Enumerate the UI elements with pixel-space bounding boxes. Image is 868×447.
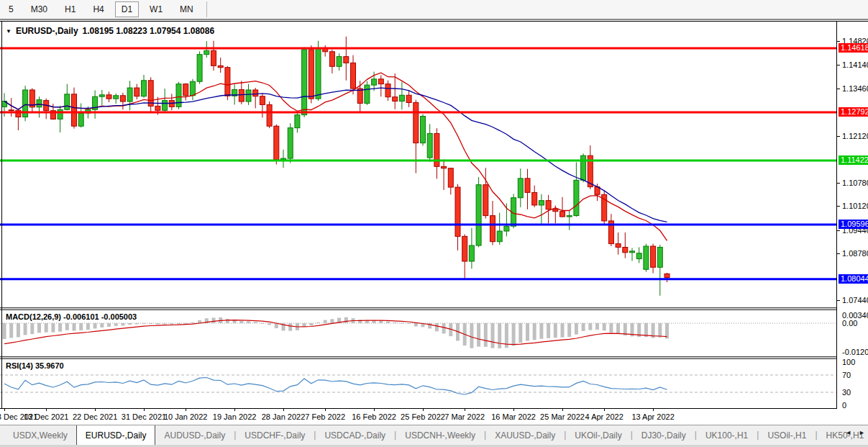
candle-body: [504, 226, 509, 231]
macd-histogram-bar: [470, 323, 473, 348]
tab-audusd-daily[interactable]: AUDUSD-,Daily: [155, 427, 234, 445]
macd-histogram-bar: [533, 323, 536, 340]
macd-histogram-bar: [316, 322, 320, 323]
price-chart-panel[interactable]: ▼ EURUSD-,Daily 1.08195 1.08223 1.07954 …: [0, 22, 836, 307]
candle-body: [260, 96, 265, 105]
rsi-panel[interactable]: RSI(14) 35.9670: [0, 359, 836, 408]
macd-histogram-bar: [107, 323, 111, 327]
macd-histogram-bar: [582, 323, 585, 331]
tab-uk100-h1[interactable]: UK100-,H1: [697, 427, 757, 445]
macd-histogram-bar: [163, 323, 167, 324]
chart-dropdown-icon[interactable]: ▼: [6, 28, 12, 35]
time-axis-label: 7 Feb 2022: [305, 412, 345, 421]
price-axis-label: 1.08780: [842, 249, 868, 258]
tab-dj30-daily[interactable]: DJ30-,Daily: [633, 427, 695, 445]
rsi-label: RSI(14) 35.9670: [6, 361, 64, 370]
macd-histogram-bar: [30, 323, 34, 334]
candle-body: [414, 103, 419, 143]
macd-histogram-bar: [37, 323, 41, 333]
price-level-badge: 1.14618: [839, 43, 868, 53]
macd-histogram-bar: [616, 323, 620, 334]
candle-body: [581, 155, 586, 180]
macd-histogram-bar: [128, 323, 132, 325]
candle-body: [406, 95, 411, 102]
macd-histogram-bar: [275, 323, 278, 328]
macd-axis-label: 0.003408: [842, 311, 868, 320]
tab-xauusd-daily[interactable]: XAUUSD-,Daily: [486, 427, 564, 445]
time-axis-label: 4 Apr 2022: [585, 412, 623, 421]
macd-histogram-bar: [212, 317, 216, 323]
time-axis-tick: [374, 409, 375, 411]
candle-body: [197, 55, 202, 82]
candle-body: [630, 251, 635, 253]
time-axis-label: 13 Apr 2022: [631, 412, 674, 421]
timeframe-button-mn[interactable]: MN: [173, 1, 200, 17]
rsi-line: [4, 378, 667, 395]
time-axis-label: 7 Mar 2022: [444, 412, 485, 421]
candle-body: [218, 66, 223, 67]
price-axis-tick: [837, 300, 840, 301]
candle-body: [644, 246, 649, 269]
price-axis-tick: [837, 41, 840, 42]
chart-window[interactable]: ▼ EURUSD-,Daily 1.08195 1.08223 1.07954 …: [0, 21, 868, 425]
candle-body: [72, 94, 77, 126]
timeframe-button-h1[interactable]: H1: [58, 1, 82, 17]
macd-histogram-bar: [526, 323, 529, 341]
timeframe-button-d1[interactable]: D1: [115, 1, 139, 17]
candle-body: [434, 133, 439, 166]
timeframe-button-m30[interactable]: M30: [24, 1, 54, 17]
macd-histogram-bar: [575, 323, 578, 335]
tab-ukoil-daily[interactable]: UKOil-,Daily: [566, 427, 630, 445]
time-axis-tick: [513, 409, 514, 411]
price-axis-label: 1.12120: [842, 132, 868, 140]
price-axis-label: 1.14140: [842, 60, 868, 69]
tab-usdcnh-weekly[interactable]: USDCNH-,Weekly: [396, 427, 484, 445]
rsi-plot[interactable]: [0, 359, 836, 408]
macd-histogram-bar: [239, 321, 243, 323]
tab-scroll-left-icon[interactable]: ◄: [844, 428, 853, 438]
candle-body: [553, 209, 558, 212]
price-axis-label: 1.10120: [842, 202, 868, 210]
price-axis-label: 1.07440: [842, 296, 868, 304]
macd-histogram-bar: [268, 323, 271, 325]
macd-histogram-bar: [609, 323, 613, 333]
timeframe-button-h4[interactable]: H4: [86, 1, 110, 17]
candle-body: [490, 216, 495, 242]
macd-panel[interactable]: MACD(12,26,9) -0.006101 -0.005003: [0, 310, 836, 356]
candle-body: [78, 113, 83, 126]
tab-usdx-weekly[interactable]: USDX,Weekly: [4, 427, 76, 445]
candle-body: [302, 50, 307, 115]
candle-body: [329, 52, 334, 66]
timeframe-button-5[interactable]: 5: [2, 1, 20, 17]
candle-body: [476, 185, 481, 245]
candle-body: [204, 50, 209, 54]
tab-scroll-right-icon[interactable]: ►: [857, 428, 867, 438]
tab-usdcad-daily[interactable]: USDCAD-,Daily: [316, 427, 394, 445]
time-axis[interactable]: 3 Dec 202113 Dec 202122 Dec 202131 Dec 2…: [0, 409, 868, 425]
price-axis[interactable]: 1.148201.141401.134601.121201.107801.101…: [836, 22, 868, 409]
macd-histogram-bar: [3, 323, 6, 339]
moving-average-line: [4, 88, 667, 222]
toolbar-separator: [206, 1, 207, 17]
time-axis-label: 19 Jan 2022: [213, 412, 257, 421]
macd-histogram-bar: [17, 323, 20, 337]
tab-usdchf-daily[interactable]: USDCHF-,Daily: [236, 427, 314, 445]
price-level-badge: 1.08044: [839, 274, 868, 284]
candlestick-plot[interactable]: [0, 22, 836, 307]
price-axis-tick: [837, 65, 840, 66]
tab-eurusd-daily[interactable]: EURUSD-,Daily: [76, 425, 156, 445]
time-axis-tick: [283, 409, 284, 411]
timeframe-button-w1[interactable]: W1: [143, 1, 169, 17]
tab-scroll-arrows: ◄►: [844, 428, 867, 438]
rsi-axis-label: 70: [842, 371, 851, 379]
macd-histogram-bar: [309, 323, 313, 325]
candle-body: [442, 166, 447, 168]
candle-body: [427, 133, 432, 158]
candle-body: [176, 84, 181, 107]
candle-body: [337, 57, 342, 67]
candle-body: [651, 246, 656, 267]
macd-histogram-bar: [93, 323, 97, 328]
time-axis-label: 25 Mar 2022: [540, 412, 585, 421]
time-axis-label: 13 Dec 2021: [24, 412, 68, 421]
tab-usoil-h1[interactable]: USOil-,H1: [759, 427, 815, 445]
